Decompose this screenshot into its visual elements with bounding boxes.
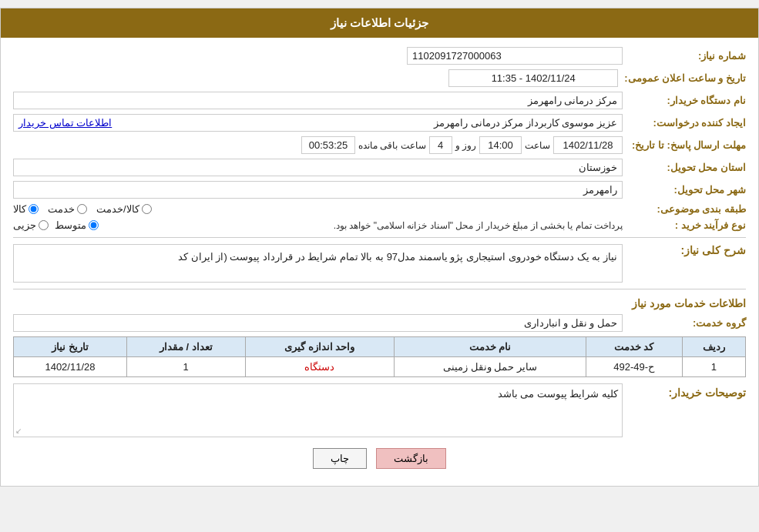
col-unit: واحد اندازه گیری (245, 337, 395, 357)
province-value: خوزستان (13, 159, 623, 176)
cell-code: ح-49-492 (586, 357, 682, 377)
response-time: 14:00 (479, 136, 522, 154)
col-qty: تعداد / مقدار (126, 337, 245, 357)
purchase-type-motevaset-label: متوسط (55, 219, 86, 231)
service-group-value: حمل و نقل و انبارداری (13, 314, 623, 332)
response-days: 4 (429, 136, 452, 154)
back-button[interactable]: بازگشت (376, 448, 446, 469)
category-kala-khedmat-label: کالا/خدمت (96, 203, 139, 215)
response-deadline-label: مهلت ارسال پاسخ: تا تاریخ: (623, 139, 746, 151)
resize-handle: ↙ (15, 427, 22, 435)
need-number-value: 1102091727000063 (407, 47, 623, 65)
buyer-org-value: مرکز درمانی رامهرمز (13, 92, 623, 109)
city-value: رامهرمز (13, 181, 623, 199)
requester-value: عزیز موسوی کاربرداز مرکز درمانی رامهرمز … (13, 114, 623, 132)
category-khedmat-label: خدمت (48, 203, 75, 215)
buyer-notes-box: کلیه شرایط پیوست می باشد ↙ (13, 383, 623, 437)
purchase-type-desc: پرداخت تمام یا بخشی از مبلغ خریدار از مح… (105, 220, 623, 231)
announce-date-value: 1402/11/24 - 11:35 (448, 69, 618, 87)
response-remaining-label: ساعت باقی مانده (358, 140, 426, 151)
response-date: 1402/11/28 (553, 136, 623, 154)
response-days-label: روز و (455, 140, 476, 151)
purchase-type-label: نوع فرآیند خرید : (623, 219, 746, 231)
purchase-type-jozi-label: جزیی (13, 219, 36, 231)
announce-date-label: تاریخ و ساعت اعلان عمومی: (618, 72, 746, 84)
category-kala-khedmat[interactable]: کالا/خدمت (96, 203, 152, 215)
service-group-label: گروه خدمت: (623, 317, 746, 329)
category-khedmat[interactable]: خدمت (48, 203, 87, 215)
need-description-label: شرح کلی نیاز: (623, 244, 746, 256)
city-label: شهر محل تحویل: (623, 184, 746, 196)
need-number-label: شماره نیاز: (623, 50, 746, 62)
purchase-type-motevaset[interactable]: متوسط (55, 219, 99, 231)
cell-row: 1 (682, 357, 745, 377)
col-code: کد خدمت (586, 337, 682, 357)
need-description-value: نیاز به یک دستگاه خودروی استیجاری پژو یا… (13, 244, 623, 283)
category-radio-group: کالا/خدمت خدمت کالا (13, 203, 623, 215)
response-time-label: ساعت (525, 140, 550, 151)
buyer-notes-label: توصیحات خریدار: (623, 383, 746, 399)
page-title: جزئیات اطلاعات نیاز (1, 8, 758, 38)
print-button[interactable]: چاپ (313, 448, 367, 469)
contact-info-link[interactable]: اطلاعات تماس خریدار (18, 117, 112, 129)
buyer-notes-value: کلیه شرایط پیوست می باشد (498, 388, 618, 400)
province-label: استان محل تحویل: (623, 162, 746, 173)
cell-qty: 1 (126, 357, 245, 377)
requester-label: ایجاد کننده درخواست: (623, 117, 746, 129)
col-name: نام خدمت (395, 337, 586, 357)
cell-unit: دستگاه (245, 357, 395, 377)
category-label: طبقه بندی موضوعی: (623, 203, 746, 215)
category-kala-label: کالا (13, 203, 26, 215)
services-section-title: اطلاعات خدمات مورد نیاز (13, 297, 746, 309)
services-table: ردیف کد خدمت نام خدمت واحد اندازه گیری ت… (13, 336, 746, 377)
cell-name: سایر حمل ونقل زمینی (395, 357, 586, 377)
table-row: 1ح-49-492سایر حمل ونقل زمینیدستگاه11402/… (14, 357, 746, 377)
response-remaining: 00:53:25 (301, 136, 355, 154)
cell-date: 1402/11/28 (14, 357, 127, 377)
buyer-org-label: نام دستگاه خریدار: (623, 95, 746, 106)
purchase-type-jozi[interactable]: جزیی (13, 219, 49, 231)
col-date: تاریخ نیاز (14, 337, 127, 357)
col-row: ردیف (682, 337, 745, 357)
category-kala[interactable]: کالا (13, 203, 39, 215)
